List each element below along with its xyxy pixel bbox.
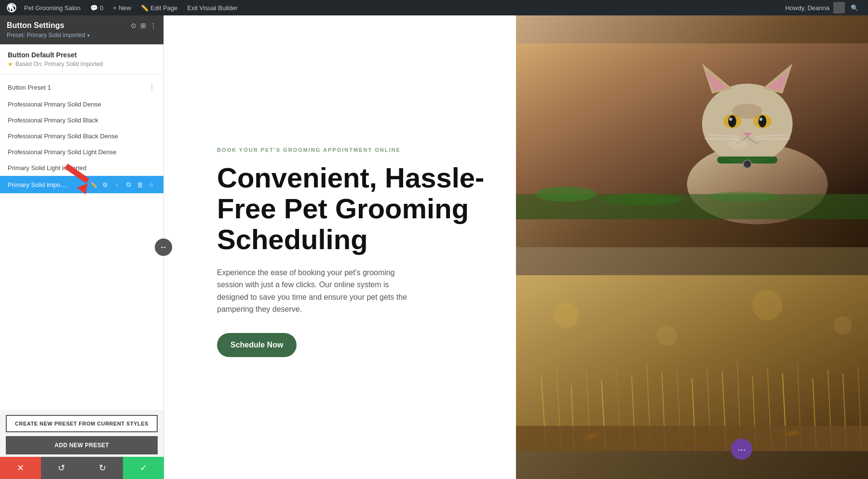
close-builder-button[interactable]: ✕ xyxy=(0,457,41,479)
panel-header-icons: ⊙ ⊞ ⋮ xyxy=(131,22,157,29)
comment-icon: 💬 xyxy=(90,4,98,12)
star-preset-icon[interactable]: ☆ xyxy=(147,180,156,189)
toggle-view-icon[interactable]: ⊞ xyxy=(140,22,146,29)
list-item[interactable]: Professional Primary Solid Dense xyxy=(0,96,163,112)
new-content-button[interactable]: + New xyxy=(108,0,136,15)
svg-point-24 xyxy=(536,186,597,201)
svg-point-57 xyxy=(834,317,852,335)
duplicate-preset-icon[interactable]: ⧉ xyxy=(124,180,133,189)
preset-item-label: Professional Primary Solid Light Dense xyxy=(8,148,156,156)
default-preset-block: Button Default Preset ★ Based On: Primar… xyxy=(0,44,163,75)
button-settings-panel: Button Settings ⊙ ⊞ ⋮ Preset: Primary So… xyxy=(0,15,164,479)
preset-item-label: Primary Solid Light imported xyxy=(8,164,156,172)
edit-preset-icon[interactable]: ✏️ xyxy=(89,180,98,189)
svg-point-13 xyxy=(760,118,762,120)
default-preset-title: Button Default Preset xyxy=(8,51,156,59)
panel-actions: CREATE NEW PRESET FROM CURRENT STYLES AD… xyxy=(0,410,163,459)
list-item[interactable]: Button Preset 1 ⋮ xyxy=(0,79,163,96)
svg-point-54 xyxy=(554,303,579,328)
schedule-now-button[interactable]: Schedule Now xyxy=(217,333,297,357)
list-item[interactable]: Professional Primary Solid Black xyxy=(0,112,163,128)
booking-label: BOOK YOUR PET'S GROOMING APPOINTMENT ONL… xyxy=(217,147,492,153)
upload-preset-icon[interactable]: ↑ xyxy=(112,180,121,189)
avatar xyxy=(833,2,845,13)
svg-point-26 xyxy=(707,192,777,202)
exit-builder-link[interactable]: Exit Visual Builder xyxy=(182,0,243,15)
undo-button[interactable]: ↺ xyxy=(41,457,82,479)
svg-point-11 xyxy=(759,115,767,127)
svg-rect-50 xyxy=(516,426,868,451)
list-item[interactable]: Professional Primary Solid Light Dense xyxy=(0,144,163,160)
cat-image-bottom xyxy=(516,247,868,479)
svg-point-3 xyxy=(702,83,793,164)
wordpress-logo-icon[interactable] xyxy=(4,0,19,15)
panel-body: Button Default Preset ★ Based On: Primar… xyxy=(0,44,163,410)
svg-point-10 xyxy=(728,115,736,127)
preset-label[interactable]: Preset: Primary Solid imported ▾ xyxy=(7,32,157,39)
svg-point-56 xyxy=(752,290,783,320)
pencil-icon: ✏️ xyxy=(141,4,149,12)
svg-point-22 xyxy=(727,139,747,149)
preset-actions: ✏️ ⚙ ↑ ⧉ 🗑 ☆ xyxy=(89,180,156,189)
cat-image-svg-bottom xyxy=(516,247,868,479)
svg-point-21 xyxy=(732,104,762,119)
howdy-text: Howdy, Deanna xyxy=(785,4,829,12)
preset-item-label: Button Preset 1 xyxy=(8,84,148,91)
preset-item-label: Professional Primary Solid Black Dense xyxy=(8,133,156,140)
more-options-icon[interactable]: ⋮ xyxy=(150,22,157,29)
site-name-link[interactable]: Pet Grooming Salon xyxy=(19,0,85,15)
add-preset-button[interactable]: ADD NEW PRESET xyxy=(6,436,158,454)
panel-title: Button Settings xyxy=(7,21,64,30)
star-icon: ★ xyxy=(8,61,13,67)
more-icon[interactable]: ⋮ xyxy=(148,83,156,92)
based-on-label: ★ Based On: Primary Solid imported xyxy=(8,61,156,67)
svg-point-12 xyxy=(729,118,732,120)
fab-button[interactable]: ··· xyxy=(731,439,752,460)
svg-point-20 xyxy=(743,160,751,168)
redo-button[interactable]: ↻ xyxy=(82,457,123,479)
page-content-area: BOOK YOUR PET'S GROOMING APPOINTMENT ONL… xyxy=(164,15,868,479)
panel-header: Button Settings ⊙ ⊞ ⋮ Preset: Primary So… xyxy=(0,15,163,44)
svg-point-25 xyxy=(601,193,682,205)
hero-heading: Convenient, Hassle-Free Pet Grooming Sch… xyxy=(217,162,492,254)
hero-left: BOOK YOUR PET'S GROOMING APPOINTMENT ONL… xyxy=(164,15,516,479)
dropdown-caret-icon: ▾ xyxy=(87,33,90,38)
hero-right xyxy=(516,15,868,479)
cat-image-top xyxy=(516,15,868,247)
cat-image-svg-top xyxy=(516,15,868,247)
comments-link[interactable]: 💬 0 xyxy=(85,0,108,15)
panel-resize-handle[interactable]: ↔ xyxy=(155,239,172,256)
save-icon: ✓ xyxy=(140,463,147,473)
admin-bar: Pet Grooming Salon 💬 0 + New ✏️ Edit Pag… xyxy=(0,0,868,15)
close-icon: ✕ xyxy=(17,463,24,473)
edit-page-link[interactable]: ✏️ Edit Page xyxy=(136,0,182,15)
preset-item-label: Professional Primary Solid Dense xyxy=(8,101,156,108)
undo-icon: ↺ xyxy=(58,463,65,473)
focus-mode-icon[interactable]: ⊙ xyxy=(131,22,136,29)
list-item[interactable]: Professional Primary Solid Black Dense xyxy=(0,128,163,144)
main-content: BOOK YOUR PET'S GROOMING APPOINTMENT ONL… xyxy=(164,15,868,479)
preset-item-label: Professional Primary Solid Black xyxy=(8,117,156,124)
delete-preset-icon[interactable]: 🗑 xyxy=(136,180,144,189)
redo-icon: ↻ xyxy=(99,463,106,473)
hero-body: Experience the ease of booking your pet'… xyxy=(217,266,420,316)
bottom-toolbar: ✕ ↺ ↻ ✓ xyxy=(0,457,164,479)
save-button[interactable]: ✓ xyxy=(123,457,164,479)
svg-point-55 xyxy=(657,325,677,346)
admin-bar-right: Howdy, Deanna 🔍 xyxy=(785,2,864,13)
settings-preset-icon[interactable]: ⚙ xyxy=(101,180,109,189)
search-icon[interactable]: 🔍 xyxy=(849,2,860,13)
create-preset-button[interactable]: CREATE NEW PRESET FROM CURRENT STYLES xyxy=(6,415,158,432)
